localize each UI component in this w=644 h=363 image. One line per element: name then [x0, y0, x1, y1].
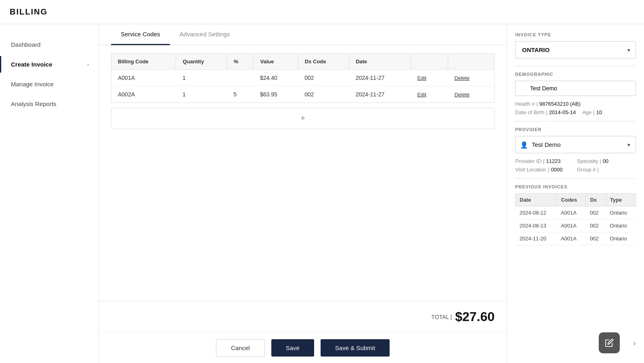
prev-dx: 002 [586, 232, 606, 245]
table-section: Billing Code Quantity % Value Dx Code Da… [99, 45, 507, 301]
previous-invoices-table: Date Codes Dx Type 2024-08-12 A001A 002 … [515, 193, 636, 245]
specialty-label: Specialty [577, 158, 598, 164]
sidebar-item-manage-invoice[interactable]: Manage Invoice [0, 76, 99, 92]
expand-arrow-icon[interactable]: › [633, 338, 636, 348]
prev-col-type: Type [606, 194, 636, 207]
total-bar: TOTAL | $27.60 [99, 301, 507, 332]
divider [515, 121, 636, 121]
provider-label: PROVIDER [515, 127, 636, 132]
visit-location-label: Visit Location [515, 167, 546, 173]
health-number-label: Health # [515, 101, 535, 107]
col-value: Value [254, 54, 298, 70]
delete-row-1-button[interactable]: Delete [454, 92, 470, 98]
prev-type: Ontario [606, 219, 636, 232]
table-row: A001A 1 $24.40 002 2024-11-27 Edit Delet… [111, 70, 495, 86]
app-layout: BILLING Dashboard Create Invoice › Manag… [0, 0, 644, 363]
dob-item: Date of Birth | 2014-05-14 [515, 109, 576, 115]
provider-id-item: Provider ID | 11223 [515, 158, 575, 164]
prev-date: 2024-08-12 [516, 207, 557, 219]
demographic-search-wrapper: 🔍 [515, 81, 636, 96]
tab-service-codes[interactable]: Service Codes [111, 24, 170, 45]
cell-date: 2024-11-27 [349, 86, 411, 103]
age-value: 10 [596, 109, 602, 115]
provider-id-label: Provider ID [515, 158, 541, 164]
content-area: Service Codes Advanced Settings Billing … [99, 24, 507, 363]
col-quantity: Quantity [176, 54, 227, 70]
dob-info-row: Date of Birth | 2014-05-14 Age | 10 [515, 109, 636, 115]
previous-invoices-label: PREVIOUS INVOICES [515, 184, 636, 189]
prev-dx: 002 [586, 207, 606, 219]
prev-dx: 002 [586, 219, 606, 232]
provider-info-grid: Provider ID | 11223 Specialty | 00 Visit… [515, 158, 636, 173]
chevron-right-icon: › [87, 62, 89, 67]
group-item: Group # | [577, 167, 636, 173]
dob-value: 2014-05-14 [549, 109, 576, 115]
cell-value: $63.95 [254, 86, 298, 103]
sidebar-item-label: Create Invoice [11, 61, 52, 68]
top-bar: BILLING [0, 0, 644, 24]
prev-codes: A001A [557, 232, 586, 245]
sidebar-item-analysis-reports[interactable]: Analysis Reports [0, 96, 99, 112]
cell-percent [227, 70, 254, 86]
group-label: Group # [577, 167, 596, 173]
dob-label: Date of Birth [515, 109, 544, 115]
edit-row-0-button[interactable]: Edit [417, 75, 426, 81]
tab-advanced-settings[interactable]: Advanced Settings [170, 24, 240, 45]
save-button[interactable]: Save [271, 339, 314, 357]
age-item: Age | 10 [582, 109, 602, 115]
col-delete-header [448, 54, 494, 70]
cell-date: 2024-11-27 [349, 70, 411, 86]
prev-col-date: Date [516, 194, 557, 207]
health-number-value: 9876543210 (AB) [539, 101, 581, 107]
main-layout: Dashboard Create Invoice › Manage Invoic… [0, 24, 644, 363]
col-dx-code: Dx Code [298, 54, 349, 70]
divider [515, 66, 636, 66]
sidebar-item-dashboard[interactable]: Dashboard [0, 36, 99, 53]
service-codes-table: Billing Code Quantity % Value Dx Code Da… [111, 53, 495, 103]
provider-select[interactable]: Test Demo [515, 136, 636, 153]
cell-percent: 5 [227, 86, 254, 103]
col-edit-header [411, 54, 448, 70]
age-label: Age [582, 109, 592, 115]
total-amount: $27.60 [455, 309, 495, 324]
prev-date: 2024-08-13 [516, 219, 557, 232]
prev-type: Ontario [606, 207, 636, 219]
delete-row-0-button[interactable]: Delete [454, 75, 470, 81]
app-title: BILLING [10, 7, 48, 16]
cancel-button[interactable]: Cancel [216, 339, 265, 357]
visit-location-value: 0000 [551, 167, 562, 173]
add-row-button[interactable]: + [111, 108, 495, 129]
demographic-search-input[interactable] [515, 81, 636, 96]
prev-invoice-row: 2024-08-12 A001A 002 Ontario [516, 207, 636, 219]
specialty-item: Specialty | 00 [577, 158, 636, 164]
specialty-value: 00 [603, 158, 608, 164]
demographic-label: DEMOGRAPHIC [515, 72, 636, 77]
health-number-item: Health # | 9876543210 (AB) [515, 101, 581, 107]
table-row: A002A 1 5 $63.95 002 2024-11-27 Edit Del… [111, 86, 495, 103]
prev-date: 2024-11-20 [516, 232, 557, 245]
cell-dx-code: 002 [298, 70, 349, 86]
cell-billing-code: A002A [111, 86, 176, 103]
sidebar-item-label: Analysis Reports [11, 100, 57, 107]
prev-codes: A001A [557, 219, 586, 232]
edit-row-1-button[interactable]: Edit [417, 92, 426, 98]
divider [515, 178, 636, 179]
col-billing-code: Billing Code [111, 54, 176, 70]
col-date: Date [349, 54, 411, 70]
visit-location-item: Visit Location | 0000 [515, 167, 575, 173]
prev-col-dx: Dx [586, 194, 606, 207]
cell-billing-code: A001A [111, 70, 176, 86]
invoice-type-select[interactable]: ONTARIO BC ALBERTA [515, 41, 636, 58]
sidebar: Dashboard Create Invoice › Manage Invoic… [0, 24, 99, 363]
sidebar-item-create-invoice[interactable]: Create Invoice › [0, 56, 99, 73]
prev-type: Ontario [606, 232, 636, 245]
save-submit-button[interactable]: Save & Submit [321, 339, 390, 357]
invoice-type-label: INVOICE TYPE [515, 32, 636, 37]
fab-edit-button[interactable] [599, 332, 620, 353]
tabs: Service Codes Advanced Settings [99, 24, 507, 45]
invoice-type-dropdown-wrapper: ONTARIO BC ALBERTA ▾ [515, 41, 636, 58]
action-buttons: Cancel Save Save & Submit [99, 332, 507, 363]
sidebar-item-label: Manage Invoice [11, 81, 54, 88]
col-percent: % [227, 54, 254, 70]
cell-quantity: 1 [176, 86, 227, 103]
